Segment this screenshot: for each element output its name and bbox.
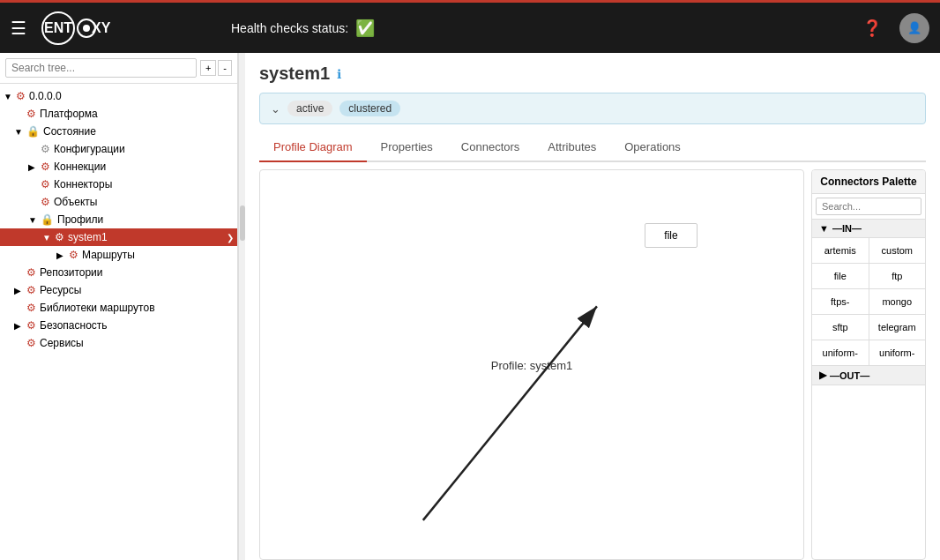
tree-area: ▼ ⚙ 0.0.0.0 ⚙ Платформа ▼ 🔒 Состояние ⚙ …	[0, 84, 237, 560]
active-badge: active	[287, 101, 332, 116]
sidebar-item-label: Репозитории	[40, 266, 103, 279]
palette-item-custom[interactable]: custom	[869, 238, 926, 263]
chevron-down-icon: ▼	[14, 127, 26, 137]
avatar[interactable]: 👤	[899, 13, 929, 43]
svg-text:ENT: ENT	[44, 20, 72, 35]
sidebar-item-connectors[interactable]: ⚙ Коннекторы	[0, 175, 237, 193]
diagram-profile-label: Profile: system1	[491, 358, 572, 371]
search-bar: + -	[0, 53, 237, 84]
sidebar-item-profiles[interactable]: ▼ 🔒 Профили	[0, 211, 237, 228]
chevron-right-icon: ▶	[28, 162, 41, 172]
sidebar-item-label: Коннекции	[54, 161, 106, 173]
svg-point-4	[83, 25, 90, 32]
palette-section-out[interactable]: ▶ —OUT—	[812, 366, 925, 385]
palette-item-sftp[interactable]: sftp	[812, 315, 869, 340]
sidebar-item-routelibs[interactable]: ⚙ Библиотеки маршрутов	[0, 299, 237, 317]
sidebar-item-state[interactable]: ▼ 🔒 Состояние	[0, 123, 237, 140]
sidebar-item-services[interactable]: ⚙ Сервисы	[0, 334, 237, 352]
page-title-text: system1	[259, 63, 330, 84]
palette-item-ftps[interactable]: ftps-	[812, 289, 869, 314]
palette-item-ftp[interactable]: ftp	[869, 264, 926, 288]
gear-icon: ⚙	[41, 143, 50, 155]
sidebar-scrollbar[interactable]	[238, 53, 245, 560]
palette-item-mongo[interactable]: mongo	[869, 289, 926, 314]
tab-operations[interactable]: Operations	[610, 133, 695, 162]
gear-icon: ⚙	[26, 266, 36, 279]
sidebar-item-label: Сервисы	[40, 337, 84, 349]
health-status: Health checks status: ✅	[231, 19, 375, 38]
sidebar-item-label: 0.0.0.0	[29, 90, 62, 102]
palette-item-uniform2[interactable]: uniform-	[869, 340, 926, 365]
sidebar-item-label: Профили	[57, 213, 103, 226]
page-title: system1 ℹ	[259, 63, 926, 84]
main-layout: + - ▼ ⚙ 0.0.0.0 ⚙ Платформа ▼ 🔒 Состояни…	[0, 53, 940, 560]
gear-icon: ⚙	[55, 231, 64, 243]
sidebar-item-config[interactable]: ⚙ Конфигурации	[0, 140, 237, 158]
gear-icon: ⚙	[26, 337, 36, 349]
sidebar-item-label: Платформа	[40, 108, 98, 120]
svg-line-6	[423, 306, 597, 520]
tree-controls: + -	[200, 60, 232, 76]
sidebar-item-platform[interactable]: ⚙ Платформа	[0, 105, 237, 123]
help-icon[interactable]: ❓	[862, 19, 882, 38]
sidebar-item-label: Безопасность	[40, 319, 108, 332]
content-area: system1 ℹ ⌄ active clustered Profile Dia…	[245, 53, 940, 560]
chevron-right-icon: ▶	[14, 321, 26, 331]
sidebar-item-security[interactable]: ▶ ⚙ Безопасность	[0, 317, 237, 334]
tab-properties[interactable]: Properties	[367, 133, 447, 162]
sidebar-item-resources[interactable]: ▶ ⚙ Ресурсы	[0, 281, 237, 299]
palette-section-in[interactable]: ▼ —IN—	[812, 220, 925, 238]
section-in-label: —IN—	[832, 223, 862, 234]
sidebar-item-label: Состояние	[43, 125, 96, 138]
palette-item-uniform1[interactable]: uniform-	[812, 340, 869, 365]
tab-profile-diagram[interactable]: Profile Diagram	[259, 133, 367, 162]
diagram-node-file[interactable]: file	[645, 223, 698, 248]
sidebar-item-root[interactable]: ▼ ⚙ 0.0.0.0	[0, 87, 237, 105]
palette-search	[812, 194, 925, 220]
logo-svg: ENT XY	[41, 11, 146, 46]
sidebar-item-system1[interactable]: ▼ ⚙ system1 ❯	[0, 228, 237, 246]
hamburger-icon[interactable]: ☰	[11, 18, 26, 39]
palette-item-artemis[interactable]: artemis	[812, 238, 869, 263]
diagram-area[interactable]: Profile: system1 file	[259, 169, 804, 560]
search-input[interactable]	[5, 58, 197, 78]
chevron-right-icon: ▶	[819, 370, 826, 381]
clustered-badge: clustered	[339, 101, 400, 116]
sidebar-item-label: system1	[68, 231, 108, 243]
collapse-all-button[interactable]: -	[218, 60, 232, 76]
logo: ENT XY	[41, 11, 146, 46]
tab-connectors[interactable]: Connectors	[447, 133, 533, 162]
shield-icon: ⚙	[26, 319, 36, 332]
section-out-label: —OUT—	[830, 370, 869, 381]
chevron-right-icon: ▶	[14, 286, 26, 295]
health-label: Health checks status:	[231, 21, 348, 35]
scrollbar-thumb	[240, 205, 245, 241]
health-check-icon: ✅	[355, 19, 375, 38]
gear-icon: ⚙	[41, 196, 50, 208]
palette-grid-in: artemis custom file ftp ftps- mongo sftp…	[812, 238, 925, 366]
palette-title: Connectors Palette	[812, 170, 925, 194]
chevron-down-icon: ▼	[4, 92, 16, 101]
sidebar-item-label: Библиотеки маршрутов	[40, 302, 155, 314]
chevron-down-icon: ▼	[819, 223, 829, 234]
gear-icon: ⚙	[26, 302, 36, 314]
sidebar-item-connections[interactable]: ▶ ⚙ Коннекции	[0, 158, 237, 175]
sidebar-item-routes[interactable]: ▶ ⚙ Маршруты	[0, 246, 237, 264]
palette-item-telegram[interactable]: telegram	[869, 315, 926, 340]
status-bar: ⌄ active clustered	[259, 93, 926, 124]
sidebar-item-label: Объекты	[54, 196, 98, 208]
palette-item-file[interactable]: file	[812, 264, 869, 288]
sidebar-item-objects[interactable]: ⚙ Объекты	[0, 193, 237, 211]
status-chevron-icon[interactable]: ⌄	[271, 102, 280, 116]
palette-search-input[interactable]	[816, 198, 921, 215]
gear-icon: ⚙	[41, 178, 50, 190]
info-icon[interactable]: ℹ	[337, 67, 341, 81]
tabs: Profile Diagram Properties Connectors At…	[259, 133, 926, 162]
chevron-right-icon: ❯	[227, 233, 234, 243]
diagram-wrapper: Profile: system1 file	[259, 162, 926, 560]
sidebar-item-label: Конфигурации	[54, 143, 125, 155]
sidebar-item-repos[interactable]: ⚙ Репозитории	[0, 264, 237, 281]
expand-all-button[interactable]: +	[200, 60, 216, 76]
tab-attributes[interactable]: Attributes	[533, 133, 610, 162]
node-label: file	[664, 229, 677, 242]
